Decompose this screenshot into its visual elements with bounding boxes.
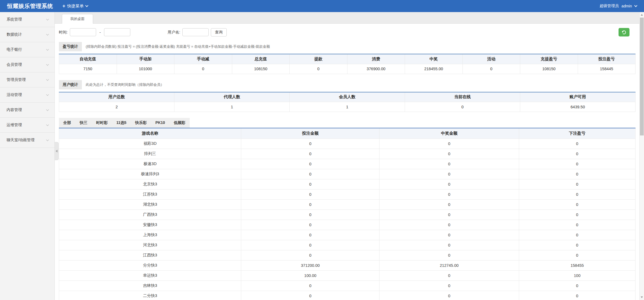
game-name-cell: 极速排列3 [59,169,241,179]
profit-value-cell: 0 [462,64,520,74]
bet-amount-cell: 0 [241,230,380,240]
game-filter-tab[interactable]: 低频彩 [169,118,190,128]
chevron-down-icon [46,123,49,126]
sidebar-item[interactable]: 数据统计 [0,27,54,42]
profit-table: 自动充值手动加手动减总充值提款消费中奖活动充提盈亏投注盈亏 7150101000… [59,54,636,74]
user-role: 超级管理员 [600,4,619,9]
sidebar-item[interactable]: 内容管理 [0,103,54,118]
profit-column-header: 手动加 [117,54,174,64]
query-button[interactable]: 查询 [211,28,227,36]
scrollbar-thumb[interactable] [640,18,644,135]
win-amount-cell: 0 [380,149,519,159]
profit-value-cell: 108150 [520,64,578,74]
profit-column-header: 投注盈亏 [578,54,636,64]
sidebar-item[interactable]: 系统管理 [0,12,54,27]
plus-icon: + [62,4,65,9]
game-row: 排列三 0 0 0 [59,149,636,159]
profit-column-header: 总充值 [232,54,290,64]
collapse-left-icon [56,150,58,152]
users-section-note: 此处为总计，不受查询时间影响（排除内部会员） [86,82,164,87]
sidebar-item[interactable]: 活动管理 [0,87,54,103]
profit-column-header: 自动充值 [59,54,117,64]
quick-menu-label: 快捷菜单 [67,4,84,9]
profit-section-title: 盈亏统计 [59,42,82,51]
scroll-up-arrow[interactable] [640,13,644,17]
profit-value-cell: 0 [290,64,347,74]
bet-amount-cell: 0 [241,169,380,179]
time-label: 时间: [59,30,68,35]
game-name-cell: 江西快3 [59,250,241,260]
arrow-up-icon [641,14,643,16]
sidebar-item-label: 活动管理 [7,92,22,97]
bet-profit-cell: 0 [519,291,635,300]
sidebar-item[interactable]: 运维管理 [0,118,54,133]
game-name-cell: 广西快3 [59,210,241,220]
game-name-cell: 极速3D [59,159,241,169]
game-filter-tabs: 全部 快三 时时彩 11选5 快乐彩 PK10 低频彩 [59,118,636,128]
win-amount-cell: 0 [380,281,519,291]
profit-column-header: 消费 [347,54,405,64]
sidebar-item[interactable]: 聊天室/动画管理 [0,133,54,148]
chevron-down-icon [46,63,49,66]
sidebar: 系统管理 数据统计 电子银行 会员管理 管理员管理 活动管理 内容管理 [0,12,55,300]
game-filter-tab[interactable]: 全部 [59,118,75,128]
profit-column-header: 手动减 [174,54,232,64]
sidebar-item[interactable]: 会员管理 [0,57,54,72]
sidebar-item-label: 聊天室/动画管理 [7,138,34,143]
scroll-down-arrow[interactable] [640,295,644,299]
time-from-input[interactable] [70,28,96,36]
game-filter-tab[interactable]: 快乐彩 [131,118,151,128]
sidebar-collapse-handle[interactable] [55,142,59,160]
sidebar-item-label: 管理员管理 [7,77,26,82]
users-column-header: 代理人数 [174,92,290,102]
bet-amount-cell: 0 [241,199,380,210]
game-filter-tab[interactable]: 时时彩 [92,118,112,128]
user-menu[interactable]: 超级管理员 admin [600,4,637,9]
game-name-cell: 江苏快3 [59,189,241,199]
main-panel: 时间: - 用户名: 查询 盈亏统计 (排除内部会员数据) 投注盈亏 = (投注… [55,24,639,300]
username: admin [622,4,632,8]
bet-profit-cell: 0 [519,230,635,240]
users-table: 用户总数代理人数会员人数当前在线账户可用 21106439.50 [59,92,636,112]
bet-amount-cell: 0 [241,149,380,159]
game-filter-tab[interactable]: 11选5 [112,118,131,128]
win-amount-cell: 0 [380,159,519,169]
profit-value-cell: 108150 [232,64,290,74]
game-filter-tab[interactable]: PK10 [151,118,169,128]
game-row: 分分快3 371200.00 212745.00 158455 [59,260,636,270]
bet-profit-cell: 0 [519,250,635,260]
sidebar-item[interactable]: 电子银行 [0,42,54,57]
sidebar-item-label: 内容管理 [7,107,22,112]
game-name-cell: 分分快3 [59,260,241,270]
profit-value-cell: 376900.00 [347,64,405,74]
users-section-title: 用户统计 [59,80,82,89]
game-name-cell: 北京快3 [59,179,241,189]
bet-profit-cell: 0 [519,189,635,199]
vertical-scrollbar[interactable] [639,12,644,300]
username-input[interactable] [182,28,209,36]
username-label: 用户名: [168,30,180,35]
win-amount-cell: 0 [380,250,519,260]
quick-menu-dropdown[interactable]: + 快捷菜单 [62,4,88,9]
profit-column-header: 充提盈亏 [520,54,578,64]
time-to-input[interactable] [104,28,130,36]
bet-profit-cell: 0 [519,281,635,291]
arrow-down-icon [641,296,643,298]
win-amount-cell: 0 [380,199,519,210]
profit-value-cell: 158445 [578,64,636,74]
sidebar-item-label: 系统管理 [7,17,22,22]
bet-amount-cell: 0 [241,291,380,300]
bet-amount-cell: 0 [241,210,380,220]
bet-amount-cell: 0 [241,281,380,291]
game-filter-tab[interactable]: 快三 [75,118,92,128]
sidebar-item[interactable]: 管理员管理 [0,72,54,87]
bet-profit-cell: 0 [519,149,635,159]
games-column-header: 投注金额 [241,128,380,138]
tab-my-desktop[interactable]: 我的桌面 [62,14,93,24]
game-row: 北京快3 0 0 0 [59,179,636,189]
sidebar-item-label: 运维管理 [7,123,22,128]
refresh-button[interactable] [619,28,629,36]
game-row: 福彩3D 0 0 0 [59,138,636,149]
sidebar-item-label: 电子银行 [7,47,22,52]
game-row: 江西快3 0 0 0 [59,250,636,260]
